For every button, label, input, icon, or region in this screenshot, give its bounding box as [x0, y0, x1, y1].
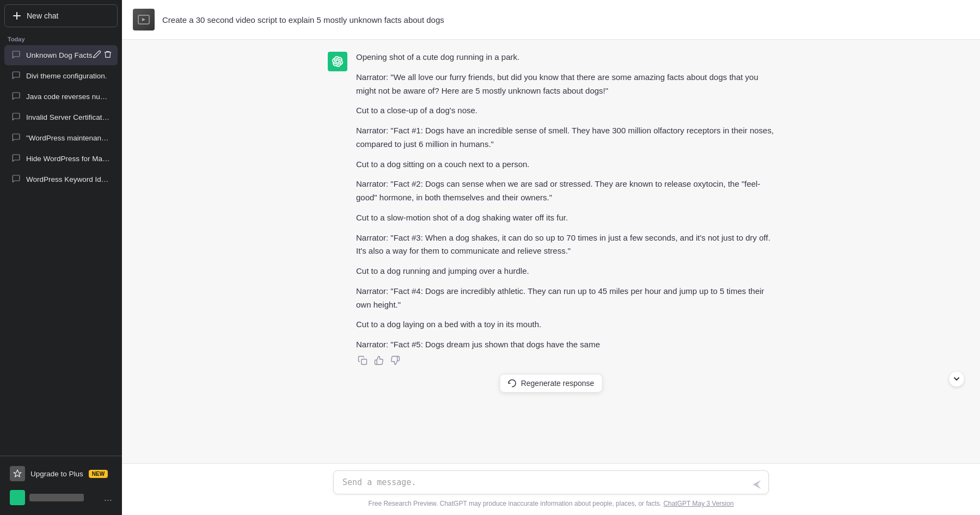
plus-icon	[13, 11, 21, 20]
chat-bubble-icon	[12, 174, 21, 185]
thumbs-down-button[interactable]	[389, 354, 402, 367]
chat-item-hide-wordpress[interactable]: Hide WordPress for Maintenan	[4, 149, 118, 169]
regenerate-label: Regenerate response	[521, 379, 595, 388]
assistant-avatar	[328, 52, 347, 71]
message-input[interactable]	[333, 470, 769, 494]
more-options-icon[interactable]: ...	[104, 492, 112, 504]
chat-item-java-code[interactable]: Java code reverses numbers.	[4, 87, 118, 107]
msg-para-2: Cut to a close-up of a dog's nose.	[356, 104, 774, 118]
chat-item-wordpress-maint[interactable]: "WordPress maintenance plug	[4, 128, 118, 148]
refresh-icon	[508, 379, 517, 388]
chat-list: Unknown Dog Facts. Divi theme configurat…	[0, 45, 122, 456]
chat-item-actions	[93, 50, 112, 60]
msg-para-4: Cut to a dog sitting on a couch next to …	[356, 158, 774, 171]
main-content: Create a 30 second video script to expla…	[122, 0, 980, 515]
chat-bubble-icon	[12, 91, 21, 102]
copy-button[interactable]	[356, 354, 369, 367]
scroll-to-bottom-button[interactable]	[948, 371, 965, 387]
chevron-down-icon	[952, 375, 961, 383]
send-icon	[751, 479, 762, 490]
thumbs-up-button[interactable]	[372, 354, 385, 367]
user-avatar	[10, 490, 25, 505]
msg-para-7: Narrator: "Fact #3: When a dog shakes, i…	[356, 231, 774, 259]
footer-text: Free Research Preview. ChatGPT may produ…	[368, 500, 661, 507]
chat-item-unknown-dog-facts[interactable]: Unknown Dog Facts.	[4, 45, 118, 65]
message-actions	[356, 354, 774, 367]
svg-rect-0	[14, 494, 21, 501]
chat-bubble-icon	[12, 133, 21, 143]
chat-bubble-icon	[12, 50, 21, 60]
msg-para-1: Narrator: "We all love our furry friends…	[356, 71, 774, 98]
msg-para-8: Cut to a dog running and jumping over a …	[356, 265, 774, 278]
section-today-label: Today	[0, 32, 122, 45]
message-content: Opening shot of a cute dog running in a …	[356, 51, 774, 367]
chat-bubble-icon	[12, 71, 21, 81]
chat-item-label: Hide WordPress for Maintenan	[26, 155, 110, 163]
chat-bubble-icon	[12, 154, 21, 164]
chat-item-invalid-cert[interactable]: Invalid Server Certificate Error	[4, 107, 118, 127]
chat-bubble-icon	[12, 112, 21, 122]
msg-para-3: Narrator: "Fact #1: Dogs have an incredi…	[356, 124, 774, 151]
msg-para-5: Narrator: "Fact #2: Dogs can sense when …	[356, 177, 774, 205]
msg-para-11: Narrator: "Fact #5: Dogs dream jus shown…	[356, 338, 774, 352]
chat-item-label: Invalid Server Certificate Error	[26, 113, 110, 121]
send-button[interactable]	[751, 479, 762, 490]
upgrade-label: Upgrade to Plus	[30, 470, 83, 478]
msg-para-0: Opening shot of a cute dog running in a …	[356, 51, 774, 64]
regenerate-popup[interactable]: Regenerate response	[500, 374, 603, 393]
new-chat-button[interactable]: New chat	[4, 4, 118, 27]
sidebar-bottom: Upgrade to Plus NEW ...	[0, 456, 122, 515]
msg-para-9: Narrator: "Fact #4: Dogs are incredibly …	[356, 285, 774, 312]
prompt-thumbnail	[133, 9, 155, 30]
sidebar: New chat Today Unknown Dog Facts.	[0, 0, 122, 515]
message-text: Opening shot of a cute dog running in a …	[356, 51, 774, 352]
chat-item-keyword-ideas[interactable]: WordPress Keyword Ideas.	[4, 169, 118, 189]
upgrade-to-plus-row[interactable]: Upgrade to Plus NEW	[4, 462, 118, 486]
input-area: Free Research Preview. ChatGPT may produ…	[122, 463, 980, 515]
chat-item-label: WordPress Keyword Ideas.	[26, 175, 110, 183]
user-settings-row[interactable]: ...	[4, 486, 118, 510]
prompt-text: Create a 30 second video script to expla…	[162, 15, 444, 24]
edit-icon[interactable]	[93, 50, 101, 60]
msg-para-10: Cut to a dog laying on a bed with a toy …	[356, 318, 774, 332]
messages-area[interactable]: Opening shot of a cute dog running in a …	[122, 40, 980, 463]
upgrade-icon	[10, 466, 25, 481]
user-name	[29, 494, 84, 501]
assistant-message: Opening shot of a cute dog running in a …	[306, 40, 796, 378]
delete-icon[interactable]	[103, 50, 112, 60]
svg-rect-2	[362, 359, 367, 365]
input-container	[333, 470, 769, 496]
msg-para-6: Cut to a slow-motion shot of a dog shaki…	[356, 211, 774, 225]
chat-item-label: Divi theme configuration.	[26, 72, 110, 80]
chat-item-label: Java code reverses numbers.	[26, 93, 110, 101]
footer-note: Free Research Preview. ChatGPT may produ…	[133, 496, 969, 512]
prompt-header: Create a 30 second video script to expla…	[122, 0, 980, 40]
new-chat-label: New chat	[27, 11, 58, 20]
chat-item-label: "WordPress maintenance plug	[26, 134, 110, 142]
new-badge: NEW	[89, 470, 108, 478]
footer-link[interactable]: ChatGPT May 3 Version	[663, 500, 733, 507]
chat-item-divi-theme[interactable]: Divi theme configuration.	[4, 66, 118, 86]
